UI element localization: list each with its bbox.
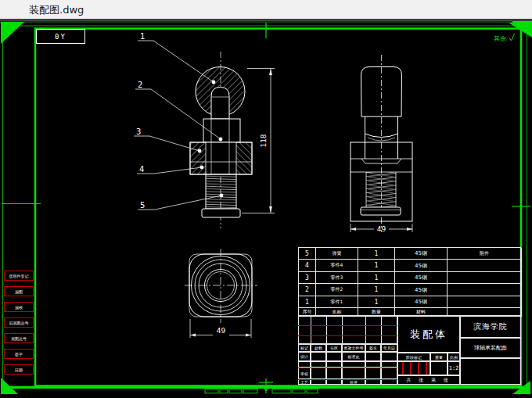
tb-rev-header: 分区 — [326, 344, 342, 352]
dim-49-side: 49 — [377, 225, 386, 233]
tb-check-label: 审核 — [298, 368, 311, 379]
bom-name: 零件3 — [316, 272, 358, 284]
tb-design-label: 设计 — [298, 352, 311, 361]
margin-block: 日期 — [4, 364, 34, 375]
cad-window: 其余 — [0, 0, 532, 398]
bom-no: 1 — [299, 296, 316, 308]
callout-2: 2 — [138, 81, 142, 89]
corner-ref-box: 0Y — [36, 29, 85, 44]
tb-drawing-name: 球轴承装配图 — [460, 338, 521, 358]
tb-weight-cell — [430, 361, 448, 375]
bom-no: 2 — [299, 284, 316, 296]
bom-remark: 附件 — [448, 248, 522, 260]
bom-qty: 1 — [358, 284, 395, 296]
side-view — [350, 55, 412, 232]
bom-name: 零件4 — [316, 260, 358, 272]
tb-stage-label: 阶段标记 — [397, 353, 430, 361]
tb-rev-header: 更改文件号 — [342, 344, 365, 352]
bom-material: 45钢 — [395, 272, 448, 284]
bom-material: 45钢 — [395, 260, 448, 272]
revision-area — [298, 316, 397, 344]
bom-material: 45钢 — [395, 248, 448, 260]
margin-block: 描校 — [4, 302, 34, 312]
bom-qty: 1 — [358, 260, 395, 272]
callout-4: 4 — [139, 165, 144, 174]
titlebar-separator — [0, 19, 532, 21]
title-block: 标记 处数 分区 更改文件号 签名 年月日 设计 标准化 审核 工艺 批准 — [298, 316, 521, 385]
bom-remark — [448, 296, 522, 308]
callout-1: 1 — [140, 32, 145, 41]
tb-rev-header: 标记 — [298, 344, 311, 352]
bom-no: 4 — [299, 260, 316, 272]
margin-block: 签字 — [4, 349, 34, 359]
bom-table: 5 弹簧 1 45钢 附件 4 零件4 1 45钢 3 零件3 1 45钢 2 … — [298, 247, 521, 316]
tb-rev-header: 年月日 — [381, 344, 397, 352]
surface-note: 其余 — [494, 34, 515, 42]
tb-process-label: 工艺 — [298, 379, 311, 385]
bom-name: 弹簧 — [316, 248, 358, 260]
tb-standard-label: 标准化 — [342, 352, 365, 361]
surface-note-text: 其余 — [494, 35, 506, 42]
tb-approve-label: 批准 — [342, 379, 365, 385]
file-name: 装配图.dwg — [29, 3, 84, 17]
bottom-view — [185, 249, 257, 323]
bom-remark — [448, 260, 522, 272]
bom-remark — [448, 284, 522, 296]
tb-company: 滨海学院 — [460, 316, 521, 338]
margin-block: 借用件登记 — [4, 271, 34, 281]
callout-3: 3 — [136, 127, 141, 136]
tb-scale-label: 比例 — [448, 353, 460, 361]
margin-block: 底图总号 — [4, 333, 34, 343]
tb-rev-header: 处数 — [311, 344, 326, 352]
bom-no: 3 — [299, 272, 316, 284]
window-titlebar: 装配图.dwg — [0, 0, 532, 19]
margin-block: 旧底图总号 — [4, 317, 34, 328]
tb-part-title: 装配体 — [397, 316, 460, 353]
bom-material: 45钢 — [395, 284, 448, 296]
side-view-dimension: 49 — [350, 224, 412, 233]
bom-qty: 1 — [358, 272, 395, 284]
bom-remark — [448, 272, 522, 284]
bom-name: 零件2 — [316, 284, 358, 296]
bom-no: 5 — [299, 248, 316, 260]
tb-rev-header: 签名 — [365, 344, 381, 352]
roughness-check-icon — [509, 34, 515, 41]
bom-material: 45钢 — [395, 296, 448, 308]
bom-qty: 1 — [358, 248, 395, 260]
bottom-tab-boxes — [205, 389, 318, 393]
bom-qty: 1 — [358, 296, 395, 308]
tb-scale-value: 1:2 — [448, 361, 460, 375]
tb-weight-label: 重量 — [430, 353, 448, 361]
callout-5: 5 — [140, 201, 145, 210]
bom-name: 零件1 — [316, 296, 358, 308]
dim-118: 118 — [260, 134, 268, 147]
tb-sheet-note: 共 张 第 张 — [397, 375, 460, 385]
margin-block: 描图 — [4, 286, 34, 296]
dim-49-bottom: 49 — [217, 327, 226, 335]
